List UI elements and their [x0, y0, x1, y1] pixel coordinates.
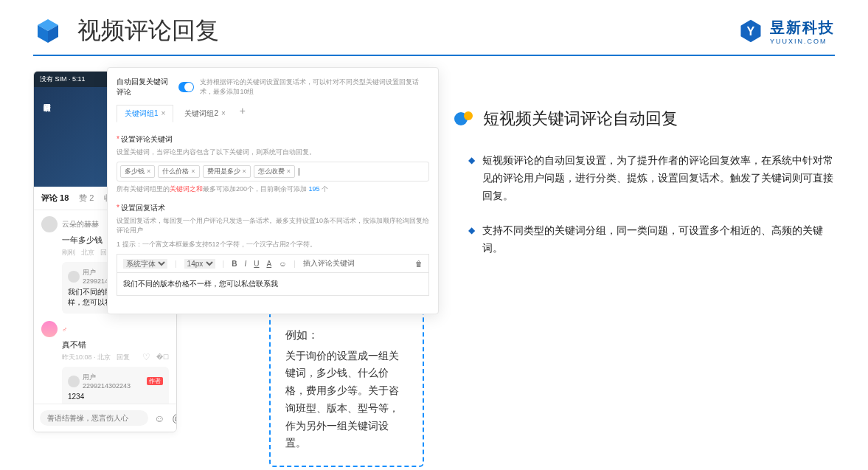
title-wrap: 视频评论回复: [33, 15, 219, 47]
avatar: [41, 321, 58, 337]
keyword-tag[interactable]: 费用是多少×: [203, 165, 251, 178]
avatar: [68, 376, 80, 387]
section-title: *设置评论关键词: [117, 134, 429, 145]
comment-input-bar: ☺ @ ▢: [34, 404, 176, 432]
comment-text: 真不错: [62, 339, 169, 350]
add-tab-icon[interactable]: +: [240, 105, 246, 122]
keyword-group-tabs: 关键词组1× 关键词组2× +: [117, 105, 429, 127]
bullet-point: ◆ 短视频评论的自动回复设置，为了提升作者的评论回复效率，在系统中针对常见的评论…: [454, 152, 835, 204]
author-badge: 作者: [147, 377, 163, 385]
toggle-label: 自动回复关键词评论: [117, 77, 173, 97]
color-icon[interactable]: A: [266, 260, 271, 268]
section-hint: 设置关键词，当评论里内容包含了以下关键词，则系统可自动回复。: [117, 148, 429, 157]
page-title: 视频评论回复: [77, 15, 219, 47]
keyword-config-panel: 自动回复关键词评论 支持根据评论的关键词设置回复话术，可以针对不同类型关键词设置…: [107, 67, 439, 314]
point-text: 支持不同类型的关键词分组，同一类问题，可设置多个相近的、高频的关键词。: [482, 222, 835, 258]
bold-icon[interactable]: B: [232, 260, 237, 268]
section-title: *设置回复话术: [117, 203, 429, 213]
underline-icon[interactable]: U: [254, 260, 259, 268]
illustration-column: 没有 SIM · 5:11 月有阴晴圆缺 评论 18 赞 2 收藏 云朵的赫赫 …: [33, 71, 431, 275]
emoji-icon[interactable]: ☺: [154, 412, 164, 424]
tab-group1[interactable]: 关键词组1×: [117, 105, 173, 122]
example-body: 关于询价的设置成一组关键词，多少钱、什么价格，费用多少等。关于咨询班型、版本、型…: [285, 348, 408, 453]
tab-likes[interactable]: 赞 2: [79, 193, 94, 204]
close-icon[interactable]: ×: [221, 109, 226, 117]
editor-toolbar: 系统字体 | 14px | B I U A ☺ | 插入评论关键词 🗑: [117, 254, 429, 272]
size-select[interactable]: 14px: [184, 259, 215, 269]
delete-icon[interactable]: 🗑: [415, 260, 423, 268]
keyword-tag[interactable]: 怎么收费×: [254, 165, 295, 178]
avatar: [68, 271, 80, 283]
at-icon[interactable]: @: [172, 412, 177, 424]
section-title: 短视频关键词评论自动回复: [483, 108, 678, 130]
keyword-tag[interactable]: 多少钱×: [120, 165, 155, 178]
keyword-tag-input[interactable]: 多少钱× 什么价格× 费用是多少× 怎么收费× |: [117, 162, 429, 182]
italic-icon[interactable]: I: [244, 260, 246, 268]
emoji-icon[interactable]: ☺: [279, 260, 286, 268]
keyword-tag[interactable]: 什么价格×: [158, 165, 199, 178]
avatar: [41, 216, 58, 232]
divider: [33, 55, 835, 56]
insert-keyword-button[interactable]: 插入评论关键词: [303, 258, 355, 269]
auto-reply-toggle[interactable]: [178, 82, 195, 92]
keyword-count-note: 所有关键词组里的关键词之和最多可添加200个，目前剩余可添加 195 个: [117, 184, 429, 194]
section-hint: 设置回复话术，每回复一个用户评论只发送一条话术。最多支持设置10条不同话术，按添…: [117, 216, 429, 235]
svg-point-3: [464, 111, 473, 120]
toggle-hint: 支持根据评论的关键词设置回复话术，可以针对不同类型关键词设置回复话术，最多添加1…: [200, 77, 429, 97]
logo-url: YUUXIN.COM: [770, 38, 835, 45]
close-icon[interactable]: ×: [162, 109, 166, 117]
description-column: 短视频关键词评论自动回复 ◆ 短视频评论的自动回复设置，为了提升作者的评论回复效…: [454, 71, 835, 275]
cube-icon: [33, 16, 63, 46]
reply-text: 1234: [68, 392, 163, 402]
char-limit-note: 1 提示：一个富文本框最多支持512个字符，一个汉字占用2个字符。: [117, 240, 429, 249]
svg-text:Y: Y: [747, 24, 755, 38]
bullet-icon: [454, 108, 474, 129]
diamond-icon: ◆: [468, 225, 475, 258]
diamond-icon: ◆: [468, 155, 475, 204]
heart-icon[interactable]: ♡: [142, 352, 150, 362]
section-heading: 短视频关键词评论自动回复: [454, 108, 835, 130]
company-logo: Y 昱新科技 YUUXIN.COM: [737, 18, 835, 45]
reply-editor[interactable]: 我们不同的版本价格不一样，您可以私信联系我: [117, 272, 429, 296]
page-header: 视频评论回复 Y 昱新科技 YUUXIN.COM: [0, 0, 868, 55]
example-title: 例如：: [285, 325, 408, 345]
comment-input[interactable]: [40, 410, 148, 426]
bullet-point: ◆ 支持不同类型的关键词分组，同一类问题，可设置多个相近的、高频的关键词。: [454, 222, 835, 258]
logo-name: 昱新科技: [770, 18, 835, 38]
tab-group2[interactable]: 关键词组2×: [176, 105, 233, 122]
comment-user: 云朵的赫赫: [62, 219, 99, 229]
example-box: 例如： 关于询价的设置成一组关键词，多少钱、什么价格，费用多少等。关于咨询班型、…: [269, 311, 424, 467]
tab-comments[interactable]: 评论 18: [41, 193, 69, 204]
font-select[interactable]: 系统字体: [123, 259, 167, 269]
point-text: 短视频评论的自动回复设置，为了提升作者的评论回复效率，在系统中针对常见的评论用户…: [482, 152, 835, 204]
logo-hexagon-icon: Y: [737, 18, 764, 44]
